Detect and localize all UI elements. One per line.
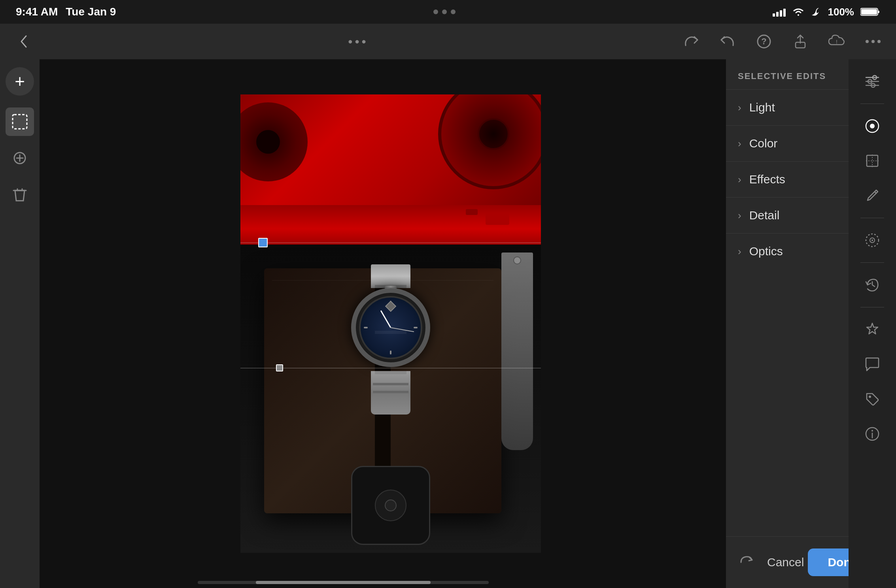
delete-icon [11, 186, 28, 203]
info-icon [864, 425, 881, 443]
svg-text:!: ! [836, 39, 837, 45]
svg-rect-1 [861, 9, 877, 15]
icon-separator [860, 307, 884, 307]
wifi-icon [792, 7, 805, 17]
svg-point-27 [869, 396, 871, 398]
moon-icon [811, 6, 821, 17]
left-sidebar: + [0, 59, 40, 588]
light-label: Light [749, 101, 775, 114]
cloud-sync-button[interactable]: ! [826, 30, 848, 53]
panel-spacer [726, 269, 849, 536]
chevron-right-icon: › [738, 245, 741, 258]
svg-point-9 [877, 40, 881, 43]
watch-case [351, 288, 430, 367]
camera-lens-2 [240, 102, 308, 181]
help-button[interactable]: ? [753, 30, 775, 53]
signal-bar-3 [780, 10, 782, 17]
selection-icon [11, 113, 28, 130]
masking-icon-button[interactable] [858, 112, 887, 140]
adjustments-icon [864, 73, 881, 90]
cancel-button[interactable]: Cancel [763, 552, 808, 573]
menu-dot [451, 9, 456, 14]
panel-item-detail[interactable]: › Detail [726, 197, 849, 233]
toolbar-right: ? ! [680, 30, 884, 53]
panel-item-optics[interactable]: › Optics [726, 233, 849, 269]
svg-rect-2 [878, 11, 879, 13]
reset-button[interactable] [738, 554, 755, 571]
watch-dial [359, 296, 422, 359]
icon-separator [860, 262, 884, 263]
date: Tue Jan 9 [66, 6, 116, 18]
toolbar-more-button[interactable] [862, 30, 884, 53]
pencil-icon [864, 187, 881, 204]
image-container[interactable] [40, 59, 726, 588]
detail-label: Detail [749, 209, 780, 222]
svg-line-23 [875, 192, 876, 193]
effects-label: Effects [749, 173, 785, 186]
back-button[interactable] [12, 29, 36, 54]
signal-bars [773, 7, 786, 17]
info-icon-button[interactable] [858, 420, 887, 448]
menu-dot [442, 9, 447, 14]
toolbar-left [12, 29, 36, 54]
svg-point-30 [871, 430, 873, 432]
knife [501, 253, 533, 450]
chevron-right-icon: › [738, 209, 741, 222]
battery-percent: 100% [828, 6, 854, 18]
adjustments-icon-button[interactable] [858, 67, 887, 96]
icon-separator [860, 218, 884, 218]
panel-item-color[interactable]: › Color [726, 125, 849, 161]
chevron-right-icon: › [738, 102, 741, 114]
chevron-right-icon: › [738, 173, 741, 186]
svg-point-19 [870, 124, 875, 128]
time: 9:41 AM [16, 6, 58, 18]
undo-button[interactable] [716, 30, 739, 53]
selection-tool-button[interactable] [6, 107, 34, 136]
camera-body [240, 205, 541, 245]
heal-icon [11, 149, 28, 167]
star-icon-button[interactable] [858, 315, 887, 344]
history-icon-button[interactable] [858, 271, 887, 299]
more-options-dots[interactable]: ••• [348, 34, 369, 49]
chevron-right-icon: › [738, 138, 741, 150]
icon-separator [860, 104, 884, 104]
signal-bar-1 [773, 13, 775, 17]
tag-icon-button[interactable] [858, 385, 887, 413]
photo-wrapper [240, 94, 541, 553]
add-selection-button[interactable]: + [6, 67, 34, 96]
panel-item-light[interactable]: › Light [726, 89, 849, 125]
redo-button[interactable] [680, 30, 702, 53]
status-left: 9:41 AM Tue Jan 9 [16, 6, 116, 18]
crop-icon [864, 152, 881, 170]
panel-footer: Cancel Done [726, 536, 849, 588]
circle-icon [864, 117, 881, 135]
star-icon [864, 321, 881, 338]
far-right-icon-bar [849, 59, 896, 588]
crop-icon-button[interactable] [858, 147, 887, 175]
svg-point-7 [866, 40, 869, 43]
comment-icon-button[interactable] [858, 350, 887, 379]
share-button[interactable] [789, 30, 811, 53]
chat-icon [864, 356, 881, 373]
watch [339, 264, 442, 415]
add-icon: + [15, 73, 25, 90]
scroll-bar[interactable] [198, 581, 489, 584]
status-bar: 9:41 AM Tue Jan 9 100% [0, 0, 896, 24]
signal-bar-4 [783, 9, 786, 17]
scrollbar-thumb [256, 581, 431, 584]
heal-icon-button[interactable] [858, 181, 887, 210]
panel-title: SELECTIVE EDITS [726, 59, 849, 89]
photo-top-section [240, 94, 541, 245]
right-panel: SELECTIVE EDITS › Light › Color › Effect… [726, 59, 849, 588]
selective-icon-button[interactable] [858, 226, 887, 254]
history-icon [864, 276, 881, 294]
status-center [433, 9, 456, 14]
camera-lens-1 [438, 94, 541, 189]
toolbar: ••• ? [0, 24, 896, 59]
heal-tool-button[interactable] [6, 144, 34, 172]
panel-item-effects[interactable]: › Effects [726, 161, 849, 197]
photo-bottom-section [240, 245, 541, 553]
delete-tool-button[interactable] [6, 180, 34, 209]
phone [351, 466, 430, 545]
svg-rect-10 [13, 115, 27, 129]
